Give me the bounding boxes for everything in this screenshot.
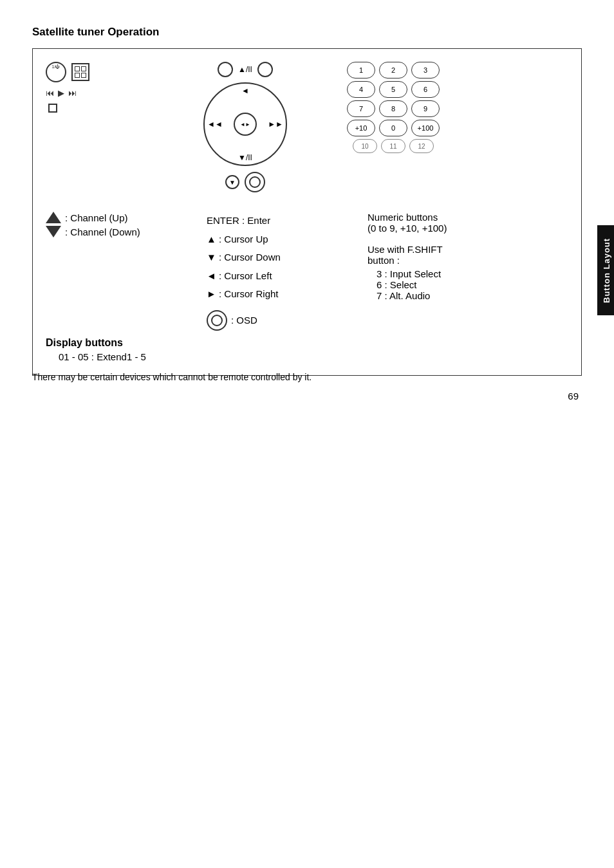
num-btn-plus100: +100 <box>411 120 440 136</box>
side-tab-label: Button Layout <box>602 237 611 302</box>
fshift-item-3: 7 : Alt. Audio <box>377 290 528 301</box>
cursor-desc-col: ENTER : Enter ▲ : Cursor Up ▼ : Cursor D… <box>207 212 348 331</box>
cursor-down-desc: ▼ : Cursor Down <box>207 248 348 267</box>
numeric-buttons-desc: Numeric buttons (0 to 9, +10, +100) <box>367 212 528 234</box>
num-row-3: 7 8 9 <box>329 100 458 117</box>
num-btn-11: 11 <box>381 139 405 153</box>
osd-desc-row: : OSD <box>207 310 348 331</box>
remote-icons-left: 1/⏻ ⏮ ▶ ⏭ <box>46 62 162 113</box>
fshift-item-1-label: : Input Select <box>385 268 442 279</box>
side-tab: Button Layout <box>597 225 614 315</box>
numeric-pad: 1 2 3 4 5 6 7 8 9 +10 0 +100 <box>329 62 458 153</box>
section-title: Satellite tuner Operation <box>32 26 582 39</box>
cursor-desc-list: ENTER : Enter ▲ : Cursor Up ▼ : Cursor D… <box>207 212 348 304</box>
num-btn-10: 10 <box>353 139 377 153</box>
num-row-2: 4 5 6 <box>329 81 458 98</box>
main-content-box: 1/⏻ ⏮ ▶ ⏭ <box>32 48 582 376</box>
osd-inner-label-ring <box>211 315 223 326</box>
num-btn-5: 5 <box>379 81 407 98</box>
channel-down-label: : Channel (Down) <box>65 226 140 237</box>
channel-up-label: : Channel (Up) <box>65 212 128 223</box>
dpad-container: ◄ ▼/II ◄◄ ►► ◄► <box>203 82 287 166</box>
fshift-desc: Use with F.SHIFT button : 3 : Input Sele… <box>367 244 528 301</box>
osd-button-icon <box>245 172 265 192</box>
num-btn-7: 7 <box>347 100 375 117</box>
channel-down-item: : Channel (Down) <box>46 226 187 237</box>
next-track-icon: ⏭ <box>68 88 77 98</box>
display-section: Display buttons 01 - 05 : Extend1 - 5 <box>46 337 568 362</box>
dpad-right-arrow: ►► <box>268 120 283 129</box>
window-icon <box>71 63 89 81</box>
stop-icon <box>48 104 57 113</box>
fshift-item-3-num: 7 <box>377 290 382 301</box>
dpad-center-button: ◄► <box>234 113 257 136</box>
cursor-left-desc: ◄ : Cursor Left <box>207 267 348 286</box>
osd-label: : OSD <box>231 315 257 326</box>
fshift-item-3-label: : Alt. Audio <box>385 290 431 301</box>
numeric-buttons-subtitle: (0 to 9, +10, +100) <box>367 223 528 234</box>
num-row-1: 1 2 3 <box>329 62 458 78</box>
num-btn-8: 8 <box>379 100 407 117</box>
dpad-down-arrow: ▼/II <box>238 153 252 162</box>
cursor-up-desc: ▲ : Cursor Up <box>207 230 348 249</box>
num-row-5: 10 11 12 <box>329 139 458 153</box>
dpad-left-arrow: ◄◄ <box>207 120 223 129</box>
dpad-outer-left <box>218 62 233 77</box>
fshift-item-2-num: 6 <box>377 279 382 290</box>
num-btn-4: 4 <box>347 81 375 98</box>
numeric-buttons-title: Numeric buttons <box>367 212 528 223</box>
dpad-bottom-row: ▼ <box>225 172 265 192</box>
enter-desc: ENTER : Enter <box>207 212 348 230</box>
channel-down-btn: ▼ <box>225 175 239 189</box>
channel-up-item: : Channel (Up) <box>46 212 187 223</box>
num-btn-0: 0 <box>379 120 407 136</box>
fshift-item-1: 3 : Input Select <box>377 268 528 279</box>
osd-label-icon <box>207 310 227 331</box>
remote-icons-center: ▲/II ◄ ▼/II ◄◄ ►► ◄► ▼ <box>181 62 310 192</box>
num-btn-6: 6 <box>411 81 440 98</box>
use-with-label: Use with F.SHIFT <box>367 244 528 255</box>
num-btn-9: 9 <box>411 100 440 117</box>
play-pause-icon: ▲/II <box>238 65 252 74</box>
display-buttons-desc: 01 - 05 : Extend1 - 5 <box>59 351 568 362</box>
channel-desc-col: : Channel (Up) : Channel (Down) <box>46 212 187 240</box>
power-button-icon: 1/⏻ <box>46 62 66 82</box>
num-btn-1: 1 <box>347 62 375 78</box>
page-number: 69 <box>568 391 579 402</box>
transport-row: ⏮ ▶ ⏭ <box>46 88 77 98</box>
channel-down-icon <box>46 226 61 237</box>
prev-track-icon: ⏮ <box>46 88 54 98</box>
dpad-outer-right <box>257 62 273 77</box>
cursor-right-desc: ► : Cursor Right <box>207 285 348 304</box>
play-icon: ▶ <box>58 88 64 98</box>
num-btn-2: 2 <box>379 62 407 78</box>
fshift-item-1-num: 3 <box>377 268 382 279</box>
fshift-items: 3 : Input Select 6 : Select 7 : Alt. Aud… <box>377 268 528 301</box>
button-label: button : <box>367 255 528 266</box>
desc-row: : Channel (Up) : Channel (Down) ENTER : … <box>46 212 568 331</box>
dpad-top-row: ▲/II <box>218 62 273 77</box>
channel-up-icon <box>46 212 61 223</box>
display-buttons-title: Display buttons <box>46 337 568 349</box>
footer-note: There may be certain devices which canno… <box>32 372 312 382</box>
num-row-4: +10 0 +100 <box>329 120 458 136</box>
fshift-item-2-label: : Select <box>385 279 417 290</box>
osd-inner-ring <box>249 176 261 188</box>
num-btn-3: 3 <box>411 62 440 78</box>
dpad-up-arrow: ◄ <box>241 86 249 95</box>
num-btn-plus10: +10 <box>347 120 375 136</box>
top-icons-row: 1/⏻ ⏮ ▶ ⏭ <box>46 62 568 192</box>
num-btn-12: 12 <box>409 139 434 153</box>
fshift-desc-col: Numeric buttons (0 to 9, +10, +100) Use … <box>367 212 528 301</box>
fshift-item-2: 6 : Select <box>377 279 528 290</box>
power-row: 1/⏻ <box>46 62 89 82</box>
